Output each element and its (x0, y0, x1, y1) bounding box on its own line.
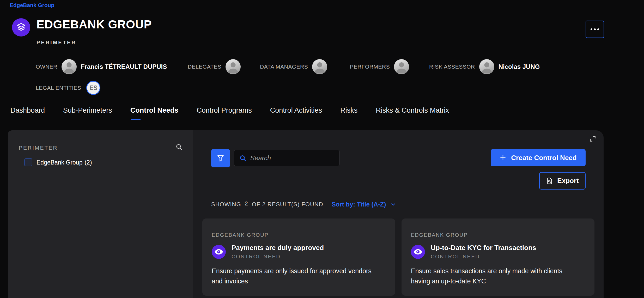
card-description: Ensure sales transactions are only made … (411, 266, 582, 286)
role-name: Francis TÉTREAULT DUPUIS (81, 63, 167, 70)
funnel-icon (217, 154, 224, 162)
role-performers: PERFORMERS (350, 59, 409, 75)
role-label: RISK ASSESSOR (429, 64, 475, 70)
legal-entities-row: LEGAL ENTITIES ES (36, 80, 100, 96)
card-perimeter-name: EDGEBANK GROUP (212, 232, 386, 238)
avatar (394, 59, 409, 74)
filter-button[interactable] (211, 149, 230, 167)
showing-suffix: OF 2 RESULT(S) FOUND (252, 201, 323, 208)
card-description: Ensure payments are only issued for appr… (212, 266, 382, 286)
avatar (312, 59, 327, 74)
avatar (479, 59, 494, 74)
avatar (226, 59, 241, 74)
showing-prefix: SHOWING (211, 201, 241, 208)
search-icon (239, 155, 246, 162)
tab-risks[interactable]: Risks (340, 106, 357, 120)
more-actions-button[interactable] (586, 21, 604, 38)
legal-entities-label: LEGAL ENTITIES (36, 85, 81, 91)
page-title: EDGEBANK GROUP (37, 18, 152, 31)
export-button[interactable]: Export (539, 172, 586, 190)
tab-control-needs[interactable]: Control Needs (130, 106, 179, 120)
tree-item-count: (2) (84, 159, 92, 166)
sidebar-title: PERIMETER (19, 145, 58, 151)
card-type: CONTROL NEED (431, 254, 536, 260)
tree-item-label: EdgeBank Group(2) (37, 159, 92, 166)
card-title: Payments are duly approved (232, 244, 324, 252)
perimeter-logo (12, 18, 30, 37)
role-label: DATA MANAGERS (260, 64, 308, 70)
role-data-managers: DATA MANAGERS (260, 59, 327, 75)
ellipsis-icon (591, 28, 599, 30)
tab-risks-controls-matrix[interactable]: Risks & Controls Matrix (376, 106, 449, 120)
plus-icon (500, 154, 506, 161)
role-label: OWNER (36, 64, 57, 70)
tab-control-programs[interactable]: Control Programs (197, 106, 252, 120)
card-title: Up-to-Date KYC for Transactions (431, 244, 536, 252)
role-name: Nicolas JUNG (499, 63, 540, 70)
create-control-need-button[interactable]: Create Control Need (491, 149, 586, 166)
active-tab-indicator (131, 119, 141, 120)
card-type: CONTROL NEED (232, 254, 324, 260)
search-box (234, 150, 339, 166)
legal-entity-badge[interactable]: ES (86, 81, 100, 95)
tab-bar: Dashboard Sub-Perimeters Control Needs C… (10, 106, 449, 120)
expand-icon[interactable] (588, 135, 597, 143)
role-label: DELEGATES (188, 64, 221, 70)
card-perimeter-name: EDGEBANK GROUP (411, 232, 585, 238)
page-subtitle: PERIMETER (37, 40, 76, 46)
tree-item-edgebank-group[interactable]: EdgeBank Group(2) (25, 159, 92, 166)
tree-item-checkbox[interactable] (25, 159, 32, 166)
control-needs-panel: PERIMETER EdgeBank Group(2) (8, 130, 604, 298)
role-delegates: DELEGATES (188, 59, 241, 75)
document-search-icon (546, 177, 553, 185)
role-owner: OWNER Francis TÉTREAULT DUPUIS (36, 59, 167, 75)
control-need-card[interactable]: EDGEBANK GROUP Payments are duly approve… (202, 218, 395, 296)
results-bar: SHOWING 2 OF 2 RESULT(S) FOUND Sort by: … (211, 200, 396, 208)
breadcrumb[interactable]: EdgeBank Group (10, 2, 54, 8)
layers-icon (16, 22, 26, 32)
avatar (62, 59, 77, 74)
results-content: Create Control Need Export SHOWING 2 OF … (193, 130, 604, 298)
role-label: PERFORMERS (350, 64, 390, 70)
search-icon[interactable] (175, 143, 183, 150)
perimeter-tree-sidebar: PERIMETER EdgeBank Group(2) (8, 130, 193, 298)
showing-count[interactable]: 2 (245, 200, 248, 208)
tab-control-activities[interactable]: Control Activities (270, 106, 322, 120)
role-risk-assessor: RISK ASSESSOR Nicolas JUNG (429, 59, 540, 75)
sort-by-dropdown[interactable]: Sort by: Title (A-Z) (332, 201, 396, 208)
search-input[interactable] (250, 154, 334, 162)
control-need-icon (212, 245, 226, 259)
control-need-icon (411, 245, 425, 259)
tab-sub-perimeters[interactable]: Sub-Perimeters (63, 106, 112, 120)
control-need-cards: EDGEBANK GROUP Payments are duly approve… (202, 218, 594, 296)
chevron-down-icon (390, 201, 396, 208)
control-need-card[interactable]: EDGEBANK GROUP Up-to-Date KYC for Transa… (402, 218, 594, 296)
tab-dashboard[interactable]: Dashboard (10, 106, 45, 120)
